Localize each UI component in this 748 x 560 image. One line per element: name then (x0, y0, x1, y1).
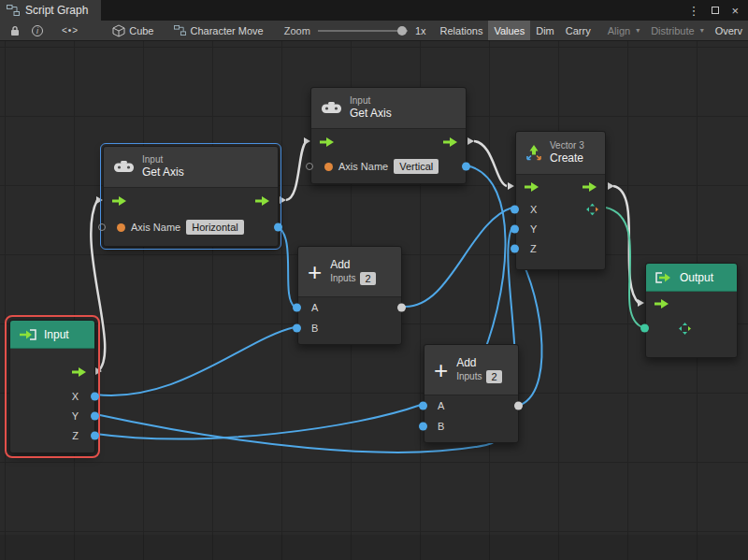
input-port-b[interactable] (419, 423, 427, 431)
chevron-down-icon: ▾ (700, 26, 704, 35)
node-header[interactable]: Input Get Axis (311, 88, 466, 129)
values-button[interactable]: Values (488, 21, 530, 41)
node-graph-output[interactable]: Output (645, 263, 738, 358)
wire-add-top-to-vector3-x[interactable] (404, 208, 512, 307)
tab-bar: Script Graph ⋮ × (0, 0, 748, 21)
kebab-menu-icon[interactable]: ⋮ (687, 5, 699, 17)
distribute-dropdown[interactable]: Distribute▾ (645, 21, 709, 41)
breadcrumb-cube-label: Cube (129, 25, 153, 36)
axis-name-row: Axis Name Horizontal (104, 216, 278, 238)
relations-button[interactable]: Relations (435, 21, 489, 41)
node-graph-input[interactable]: Input X Y Z (9, 320, 95, 453)
x-output-port[interactable] (91, 392, 99, 400)
wire-vector3-to-output-value[interactable] (606, 208, 642, 327)
input-icon (19, 329, 37, 340)
node-header[interactable]: Input Get Axis (104, 147, 278, 188)
input-port-a[interactable] (419, 402, 427, 410)
sum-output-port[interactable] (397, 304, 406, 312)
wire-getaxis-horizontal-to-add-top-a[interactable] (277, 226, 295, 307)
tab-script-graph[interactable]: Script Graph (0, 0, 101, 21)
maximize-icon[interactable] (711, 6, 720, 15)
control-input-arrow-icon[interactable] (524, 182, 539, 193)
port-row-a: A (424, 395, 518, 416)
node-category: Input (350, 95, 392, 107)
chevron-down-icon: ▾ (636, 26, 640, 35)
node-title: Get Axis (142, 165, 184, 179)
overview-button[interactable]: Overv (710, 21, 748, 41)
port-row-b: B (298, 318, 401, 338)
port-x-label: X (72, 391, 79, 402)
angle-dot-icon: <•> (62, 25, 79, 36)
port-b-label: B (438, 421, 444, 432)
carry-button[interactable]: Carry (560, 21, 597, 41)
node-header[interactable]: + Add Inputs 2 (298, 247, 401, 297)
vector3-input-port[interactable] (640, 324, 649, 333)
node-header[interactable]: Input (10, 321, 94, 349)
graph-toolbar: i <•> Cube Character Move Zoom 1x Relati… (0, 21, 748, 41)
inputs-label: Inputs (456, 371, 482, 382)
input-port-b[interactable] (293, 324, 301, 333)
y-output-port[interactable] (91, 411, 99, 420)
wire-arrowhead (96, 196, 103, 204)
wire-input-x-to-add-top-b[interactable] (95, 327, 295, 395)
x-input-port[interactable] (511, 205, 519, 213)
port-a-label: A (438, 400, 444, 411)
port-row-x: X (10, 386, 94, 406)
dim-button[interactable]: Dim (530, 21, 560, 41)
node-header[interactable]: Vector 3 Create (516, 132, 605, 175)
control-input-arrow-icon[interactable] (111, 196, 127, 207)
overview-fit-button[interactable]: <•> (56, 21, 84, 41)
axis-name-field[interactable]: Horizontal (186, 220, 244, 235)
graph-canvas[interactable]: Input Get Axis Axis Name Vertical (0, 41, 748, 560)
float-output-port[interactable] (462, 163, 470, 171)
wire-control-getaxis-horizontal-to-getaxis-vertical[interactable] (286, 141, 307, 200)
control-input-arrow-icon[interactable] (319, 137, 335, 148)
wire-control-vector3-to-output[interactable] (613, 186, 639, 303)
inputs-count-field[interactable]: 2 (486, 370, 501, 383)
port-row-a: A (298, 297, 401, 318)
breadcrumb-cube[interactable]: Cube (107, 21, 159, 41)
control-output-arrow-icon[interactable] (582, 182, 597, 193)
sum-output-port[interactable] (514, 402, 523, 410)
control-flow-row (10, 360, 94, 384)
zoom-slider-handle[interactable] (397, 26, 407, 36)
port-y-label: Y (72, 410, 79, 422)
node-add-bottom[interactable]: + Add Inputs 2 A B (424, 344, 519, 443)
gamepad-icon (321, 101, 342, 115)
wire-control-getaxis-vertical-to-vector3[interactable] (474, 141, 507, 186)
node-vector3-create[interactable]: Vector 3 Create X Y (515, 131, 606, 270)
node-add-top[interactable]: + Add Inputs 2 A B (297, 246, 402, 345)
node-get-axis-horizontal[interactable]: Input Get Axis Axis Name Horizontal (103, 146, 279, 247)
vector3-icon (525, 145, 542, 161)
axis-name-field[interactable]: Vertical (394, 159, 439, 174)
align-dropdown[interactable]: Align▾ (602, 21, 645, 41)
y-input-port[interactable] (511, 224, 519, 233)
z-input-port[interactable] (511, 244, 519, 252)
string-input-port[interactable] (98, 223, 106, 231)
inputs-count-field[interactable]: 2 (360, 272, 375, 285)
zoom-slider[interactable] (318, 30, 408, 32)
info-button[interactable]: i (26, 21, 49, 41)
z-output-port[interactable] (91, 431, 99, 439)
string-input-port[interactable] (306, 163, 313, 170)
node-title: Get Axis (350, 107, 392, 120)
control-input-arrow-icon[interactable] (654, 299, 669, 309)
node-header[interactable]: Output (646, 264, 737, 292)
close-icon[interactable]: × (731, 5, 739, 17)
lock-button[interactable] (4, 21, 26, 41)
control-output-arrow-icon[interactable] (71, 367, 87, 378)
float-output-port[interactable] (274, 223, 282, 232)
node-header[interactable]: + Add Inputs 2 (424, 345, 518, 395)
tab-bar-spacer (101, 0, 687, 21)
node-get-axis-vertical[interactable]: Input Get Axis Axis Name Vertical (310, 87, 467, 184)
breadcrumb-character-move[interactable]: Character Move (168, 21, 268, 41)
breadcrumb-character-move-label: Character Move (190, 25, 263, 36)
vector3-output-port-icon[interactable] (586, 203, 598, 215)
node-title: Create (550, 151, 584, 165)
control-output-arrow-icon[interactable] (442, 137, 458, 148)
wire-arrowhead (468, 137, 474, 145)
wire-input-z-to-add-bottom-a[interactable] (95, 405, 421, 438)
port-row-y: Y (516, 219, 605, 238)
input-port-a[interactable] (293, 304, 301, 312)
control-output-arrow-icon[interactable] (254, 196, 270, 207)
